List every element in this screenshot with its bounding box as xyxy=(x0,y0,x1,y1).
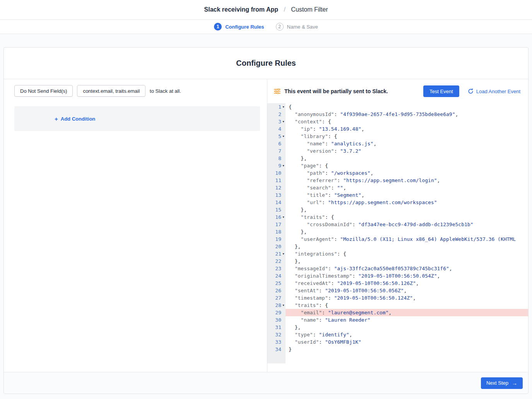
step-configure-rules[interactable]: 1 Configure Rules xyxy=(214,23,264,31)
next-step-label: Next Step xyxy=(486,380,508,386)
code-content: }, xyxy=(286,243,528,250)
card-body: Do Not Send Field(s) context.email, trai… xyxy=(4,79,528,372)
code-content: "title": "Segment", xyxy=(286,191,528,199)
fold-arrow-icon[interactable]: ▾ xyxy=(281,213,286,221)
fold-arrow-icon[interactable]: ▾ xyxy=(281,302,286,309)
code-content: "traits": { xyxy=(286,302,528,309)
line-number: 31 xyxy=(275,324,281,331)
line-number: 16 xyxy=(275,213,281,221)
fold-arrow-icon[interactable]: ▾ xyxy=(281,118,286,125)
breadcrumb-source-link[interactable]: Slack receiving from App xyxy=(204,6,278,13)
code-line-32: 32 "type": "identify", xyxy=(267,331,528,338)
code-content: "name": "analytics.js", xyxy=(286,140,528,147)
load-another-event-label: Load Another Event xyxy=(476,89,520,94)
json-editor[interactable]: 1▾{2 "anonymousId": "4f9390ae-2657-4fe1-… xyxy=(267,103,528,363)
code-line-22: 22 }, xyxy=(267,257,528,265)
line-number-gutter: 27 xyxy=(267,294,286,302)
fold-arrow-icon[interactable]: ▾ xyxy=(281,162,286,169)
line-number: 11 xyxy=(275,177,281,184)
fold-arrow-icon[interactable]: ▾ xyxy=(281,250,286,257)
code-line-14: 14 "url": "https://app.segment.com/works… xyxy=(267,199,528,206)
test-event-button[interactable]: Test Event xyxy=(423,85,459,97)
code-line-27: 27 "timestamp": "2019-05-10T00:56:50.124… xyxy=(267,294,528,302)
configure-rules-card: Configure Rules Do Not Send Field(s) con… xyxy=(3,47,529,394)
rule-action-dropdown[interactable]: Do Not Send Field(s) xyxy=(14,85,73,97)
line-number-gutter: 3▾ xyxy=(267,118,286,125)
step-name-and-save[interactable]: 2 Name & Save xyxy=(276,23,318,31)
code-line-3: 3▾ "context": { xyxy=(267,118,528,125)
add-condition-label: Add Condition xyxy=(61,116,96,122)
line-number-gutter: 33 xyxy=(267,338,286,346)
line-number-gutter: 16▾ xyxy=(267,213,286,221)
code-content: "messageId": "ajs-33ffc2ac0a550e8f053789… xyxy=(286,265,528,272)
line-number: 23 xyxy=(275,265,281,272)
event-preview-header: This event will be partially sent to Sla… xyxy=(267,79,528,103)
line-number: 9 xyxy=(278,162,281,169)
line-number: 21 xyxy=(275,250,281,257)
code-content: "traits": { xyxy=(286,213,528,221)
line-number-gutter: 18 xyxy=(267,228,286,235)
code-content: } xyxy=(286,346,528,353)
add-condition-button[interactable]: + Add Condition xyxy=(55,116,95,122)
line-number-gutter: 28▾ xyxy=(267,302,286,309)
line-number: 3 xyxy=(278,118,281,125)
code-content: "referrer": "https://app.segment.com/log… xyxy=(286,177,528,184)
line-number: 7 xyxy=(278,147,281,155)
arrow-right-icon: → xyxy=(512,380,517,386)
fold-arrow-icon[interactable]: ▾ xyxy=(281,103,286,111)
line-number-gutter: 8 xyxy=(267,155,286,162)
line-number: 1 xyxy=(278,103,281,111)
code-content: "search": "", xyxy=(286,184,528,191)
fold-arrow-icon[interactable]: ▾ xyxy=(281,133,286,140)
breadcrumb-separator: / xyxy=(284,6,285,13)
refresh-icon xyxy=(468,89,474,94)
line-number: 12 xyxy=(275,184,281,191)
code-content: }, xyxy=(286,228,528,235)
code-line-17: 17 "crossDomainId": "df3a47ee-bcc9-479d-… xyxy=(267,221,528,228)
line-number-gutter: 5▾ xyxy=(267,133,286,140)
load-another-event-link[interactable]: Load Another Event xyxy=(468,89,520,94)
code-content: }, xyxy=(286,324,528,331)
line-number: 27 xyxy=(275,294,281,302)
code-content: }, xyxy=(286,257,528,265)
code-content: "email": "lauren@segment.com", xyxy=(286,309,528,316)
line-number: 6 xyxy=(278,140,281,147)
code-content: "userAgent": "Mozilla/5.0 (X11; Linux x8… xyxy=(286,235,528,243)
line-number: 32 xyxy=(275,331,281,338)
code-line-23: 23 "messageId": "ajs-33ffc2ac0a550e8f053… xyxy=(267,265,528,272)
code-content: "path": "/workspaces", xyxy=(286,169,528,177)
next-step-button[interactable]: Next Step → xyxy=(481,377,523,389)
line-number-gutter: 17 xyxy=(267,221,286,228)
line-number: 19 xyxy=(275,235,281,243)
code-line-1: 1▾{ xyxy=(267,103,528,111)
line-number-gutter: 13 xyxy=(267,191,286,199)
code-line-13: 13 "title": "Segment", xyxy=(267,191,528,199)
code-line-7: 7 "version": "3.7.2" xyxy=(267,147,528,155)
line-number-gutter: 6 xyxy=(267,140,286,147)
code-content: }, xyxy=(286,155,528,162)
step-2-circle: 2 xyxy=(276,23,284,31)
code-content: "receivedAt": "2019-05-10T00:56:50.126Z"… xyxy=(286,280,528,287)
rule-suffix-text: to Slack at all. xyxy=(150,88,181,94)
line-number: 8 xyxy=(278,155,281,162)
code-content: }, xyxy=(286,206,528,213)
line-number: 22 xyxy=(275,257,281,265)
line-number: 13 xyxy=(275,191,281,199)
line-number-gutter: 11 xyxy=(267,177,286,184)
step-navigation: 1 Configure Rules 2 Name & Save xyxy=(0,20,532,34)
code-line-20: 20 }, xyxy=(267,243,528,250)
rule-fields-dropdown[interactable]: context.email, traits.email xyxy=(77,85,145,97)
code-line-24: 24 "originalTimestamp": "2019-05-10T00:5… xyxy=(267,272,528,280)
code-line-21: 21▾ "integrations": { xyxy=(267,250,528,257)
line-number: 15 xyxy=(275,206,281,213)
code-line-25: 25 "receivedAt": "2019-05-10T00:56:50.12… xyxy=(267,280,528,287)
line-number: 24 xyxy=(275,272,281,280)
code-content: "ip": "13.54.169.48", xyxy=(286,125,528,133)
code-content: "type": "identify", xyxy=(286,331,528,338)
line-number-gutter: 10 xyxy=(267,169,286,177)
line-number-gutter: 21▾ xyxy=(267,250,286,257)
code-line-28: 28▾ "traits": { xyxy=(267,302,528,309)
top-navigation-bar: Slack receiving from App / Custom Filter xyxy=(0,0,532,20)
line-number-gutter: 23 xyxy=(267,265,286,272)
code-line-31: 31 }, xyxy=(267,324,528,331)
